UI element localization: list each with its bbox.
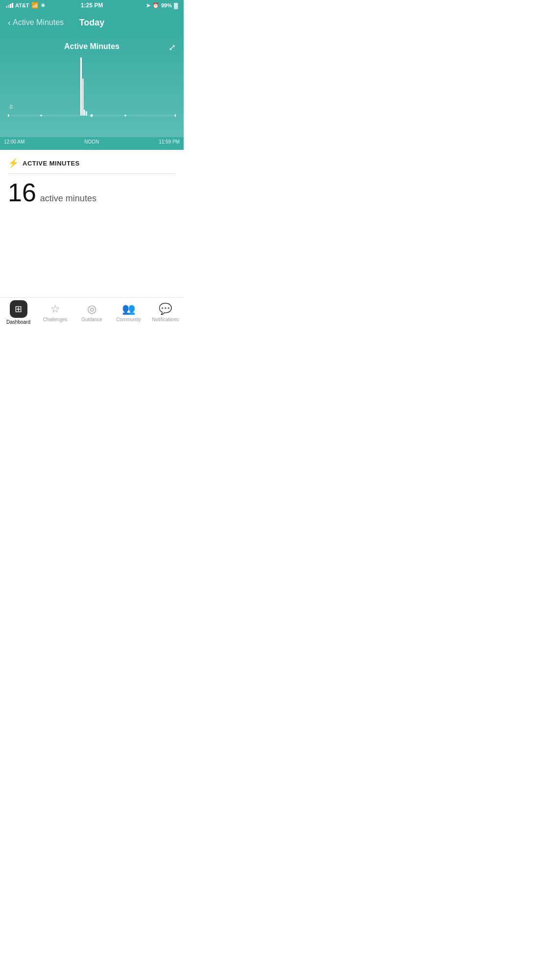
- x-label-noon: NOON: [84, 139, 99, 148]
- status-left: AT&T 📶 ✳: [6, 2, 45, 9]
- signal-bars-icon: [6, 3, 13, 8]
- nav-header: ‹ Active Minutes Today: [0, 11, 184, 34]
- nav-label-challenges: Challenges: [43, 317, 67, 322]
- svg-point-2: [40, 115, 42, 117]
- lightning-icon: ⚡: [8, 158, 19, 168]
- chart-svg: [8, 55, 176, 123]
- back-chevron-icon: ‹: [8, 18, 11, 28]
- carrier-label: AT&T: [15, 2, 29, 8]
- chart-title: Active Minutes: [8, 42, 176, 51]
- nav-item-guidance[interactable]: ◎ Guidance: [73, 298, 110, 327]
- status-bar: AT&T 📶 ✳ 1:25 PM ➤ ⏰ 99% ▓: [0, 0, 184, 11]
- chart-area: Active Minutes ⤢ 0: [0, 34, 184, 137]
- challenges-icon: ☆: [50, 303, 60, 315]
- activity-icon: ✳: [41, 2, 45, 9]
- svg-point-3: [91, 114, 93, 117]
- page-title: Today: [79, 18, 105, 28]
- dashboard-icon: ⊞: [15, 304, 22, 314]
- y-axis-label: 0: [10, 104, 13, 110]
- community-icon: 👥: [122, 303, 135, 315]
- battery-icon: ▓: [174, 2, 178, 8]
- notifications-icon: 💬: [159, 303, 172, 315]
- location-icon: ➤: [146, 2, 150, 9]
- nav-label-community: Community: [116, 317, 141, 322]
- guidance-icon: ◎: [87, 303, 96, 315]
- status-time: 1:25 PM: [81, 2, 103, 9]
- stats-number: 16: [8, 180, 36, 205]
- expand-icon[interactable]: ⤢: [168, 42, 176, 53]
- svg-rect-8: [84, 110, 85, 116]
- stats-header: ⚡ ACTIVE MINUTES: [8, 158, 176, 174]
- stats-section-title: ACTIVE MINUTES: [23, 160, 80, 167]
- stats-value-row: 16 active minutes: [8, 178, 176, 207]
- svg-rect-7: [82, 78, 84, 115]
- dashboard-icon-box: ⊞: [10, 300, 27, 318]
- svg-point-4: [124, 115, 126, 117]
- svg-point-1: [8, 114, 9, 117]
- x-label-start: 12:00 AM: [4, 139, 24, 148]
- nav-label-notifications: Notifications: [152, 317, 178, 322]
- x-label-end: 11:59 PM: [159, 139, 180, 148]
- svg-point-5: [175, 114, 176, 117]
- nav-item-notifications[interactable]: 💬 Notifications: [147, 298, 184, 327]
- battery-percent: 99%: [161, 2, 172, 8]
- alarm-icon: ⏰: [152, 2, 159, 9]
- nav-item-challenges[interactable]: ☆ Challenges: [37, 298, 73, 327]
- svg-rect-9: [86, 111, 87, 116]
- back-label: Active Minutes: [13, 18, 64, 27]
- nav-label-guidance: Guidance: [81, 317, 102, 322]
- nav-item-dashboard[interactable]: ⊞ Dashboard: [0, 298, 37, 327]
- chart-container: 0: [8, 55, 176, 123]
- nav-label-dashboard: Dashboard: [6, 319, 30, 325]
- status-right: ➤ ⏰ 99% ▓: [146, 2, 178, 9]
- bottom-nav: ⊞ Dashboard ☆ Challenges ◎ Guidance 👥 Co…: [0, 297, 184, 327]
- wifi-icon: 📶: [31, 2, 39, 9]
- svg-rect-6: [80, 57, 82, 115]
- nav-item-community[interactable]: 👥 Community: [110, 298, 147, 327]
- chart-x-labels: 12:00 AM NOON 11:59 PM: [0, 137, 184, 150]
- stats-unit: active minutes: [40, 193, 96, 204]
- stats-section: ⚡ ACTIVE MINUTES 16 active minutes: [0, 150, 184, 207]
